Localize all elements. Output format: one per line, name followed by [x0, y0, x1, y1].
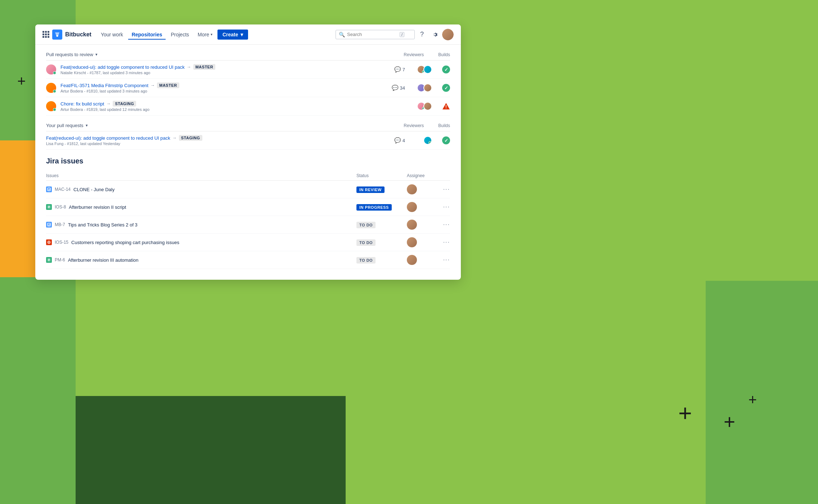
jira-issue-cell: IOS-8 Afterburner revision II script	[46, 204, 356, 210]
more-actions-button[interactable]: ···	[443, 257, 450, 263]
pr-comments: 💬 4	[387, 137, 405, 144]
jira-issue-name[interactable]: Afterburner revision II script	[69, 204, 126, 210]
search-input[interactable]	[347, 32, 397, 37]
reviewer-avatars: ✓	[417, 102, 432, 111]
your-pr-table: Feat(reduced-ui): add toggle component t…	[46, 131, 450, 150]
your-pr-builds-label: Builds	[438, 123, 450, 128]
grid-dot	[48, 36, 49, 38]
search-box[interactable]: 🔍 /	[336, 30, 415, 39]
jira-actions-cell: ···	[436, 239, 450, 246]
brand-name: Bitbucket	[65, 31, 91, 38]
pr-review-title: Pull requests to review	[46, 52, 93, 57]
pr-title-link[interactable]: Feat(reduced-ui): add toggle component t…	[60, 64, 185, 70]
create-chevron-icon: ▾	[241, 32, 243, 37]
pr-arrow-icon: →	[150, 83, 155, 88]
jira-row: PM-6 Afterburner revision III automation…	[46, 251, 450, 269]
build-error-icon: !	[442, 102, 450, 110]
pr-info: Feat(reduced-ui): add toggle component t…	[60, 64, 383, 75]
jira-col-status-header: Status	[356, 173, 407, 178]
comment-icon: 💬	[394, 137, 401, 144]
build-success-icon: ✓	[442, 84, 450, 92]
grid-dot	[42, 33, 44, 35]
pr-right: 💬 4 ✓ ✓	[387, 136, 450, 145]
pr-meta: Natalie Kirscht - #1787, last updated 3 …	[60, 71, 383, 75]
reviewer-approved-icon: ✓	[428, 141, 432, 144]
jira-assignee-cell	[407, 184, 436, 194]
pr-reviewers: ✓	[412, 102, 432, 111]
online-indicator	[53, 90, 56, 93]
jira-issue-name[interactable]: Customers reporting shoping cart purchas…	[71, 240, 179, 245]
content-area: Pull requests to review ▾ Reviewers Buil…	[35, 45, 461, 280]
more-actions-button[interactable]: ···	[443, 221, 450, 228]
settings-icon[interactable]	[429, 29, 441, 40]
jira-task-icon	[46, 222, 52, 228]
logo-area: Bitbucket	[42, 30, 91, 40]
grid-dot	[45, 36, 47, 38]
online-indicator	[53, 108, 56, 111]
jira-status-badge: TO DO	[356, 257, 376, 264]
nav-your-work[interactable]: Your work	[97, 30, 127, 40]
pr-right: 💬 7 ✓ ✓	[387, 65, 450, 74]
nav-projects[interactable]: Projects	[167, 30, 193, 40]
jira-status-cell: IN REVIEW	[356, 186, 407, 193]
create-button[interactable]: Create ▾	[217, 30, 248, 40]
assignee-avatar	[407, 237, 417, 247]
jira-status-badge: IN REVIEW	[356, 186, 385, 193]
jira-issue-cell: MAC-14 CLONE - June Daly	[46, 186, 356, 192]
bitbucket-logo[interactable]	[52, 30, 62, 40]
pr-branch-badge: MASTER	[193, 64, 215, 70]
pr-review-chevron-icon[interactable]: ▾	[95, 52, 98, 57]
comment-count: 4	[403, 138, 405, 143]
pr-arrow-icon: →	[172, 135, 177, 140]
jira-actions-cell: ···	[436, 204, 450, 210]
jira-issue-cell: PM-6 Afterburner revision III automation	[46, 257, 356, 263]
pr-review-col-labels: Reviewers Builds	[404, 52, 450, 57]
pr-title-link[interactable]: Feat/FIL-3571 Media Filmstrip Component	[60, 83, 148, 88]
reviewer-avatars: ✓	[417, 65, 432, 74]
comment-icon: 💬	[392, 85, 399, 91]
pr-title-link[interactable]: Chore: fix build script	[60, 101, 104, 107]
pr-info: Feat/FIL-3571 Media Filmstrip Component …	[60, 82, 383, 93]
help-icon[interactable]: ?	[416, 29, 428, 40]
comment-count: 7	[403, 67, 405, 72]
pr-author-avatar	[46, 101, 56, 111]
nav-more[interactable]: More ▾	[194, 30, 216, 40]
jira-issue-key: IOS-8	[55, 204, 66, 210]
pr-title-link[interactable]: Feat(reduced-ui): add toggle component t…	[46, 135, 170, 141]
jira-assignee-cell	[407, 237, 436, 247]
more-actions-button[interactable]: ···	[443, 186, 450, 193]
user-avatar[interactable]	[442, 29, 454, 40]
jira-task-icon	[46, 186, 52, 192]
nav-repositories[interactable]: Repositories	[128, 30, 166, 40]
grid-dot	[48, 31, 49, 33]
pr-info: Chore: fix build script → STAGING Artur …	[60, 101, 383, 112]
grid-menu-icon[interactable]	[42, 31, 49, 38]
pr-review-table: Feat(reduced-ui): add toggle component t…	[46, 60, 450, 116]
comment-count: 34	[400, 85, 405, 91]
jira-issue-key: MB-7	[55, 222, 65, 227]
reviewer-avatars	[417, 84, 432, 92]
pr-author-avatar	[46, 64, 56, 75]
jira-col-issues-header: Issues	[46, 173, 356, 178]
pr-title: Feat(reduced-ui): add toggle component t…	[46, 135, 383, 141]
jira-issue-name[interactable]: CLONE - June Daly	[73, 187, 114, 192]
jira-issue-name[interactable]: Tips and Tricks Blog Series 2 of 3	[68, 222, 138, 228]
jira-issue-cell: MB-7 Tips and Tricks Blog Series 2 of 3	[46, 222, 356, 228]
jira-col-assignee-header: Assignee	[407, 173, 436, 178]
pr-build: ✓	[439, 136, 450, 144]
pr-right: 💬 34 ✓	[387, 84, 450, 92]
jira-status-badge: TO DO	[356, 239, 376, 246]
more-actions-button[interactable]: ···	[443, 239, 450, 246]
pr-row: Feat(reduced-ui): add toggle component t…	[46, 131, 450, 150]
search-shortcut: /	[400, 32, 404, 37]
pr-comments: 💬 34	[387, 85, 405, 91]
grid-dot	[42, 31, 44, 33]
your-pr-chevron-icon[interactable]: ▾	[86, 123, 88, 128]
assignee-avatar	[407, 184, 417, 194]
build-success-icon: ✓	[442, 66, 450, 73]
jira-issue-key: PM-6	[55, 257, 65, 262]
jira-issue-name[interactable]: Afterburner revision III automation	[68, 257, 139, 263]
more-actions-button[interactable]: ···	[443, 204, 450, 210]
assignee-avatar	[407, 255, 417, 265]
jira-assignee-cell	[407, 202, 436, 212]
